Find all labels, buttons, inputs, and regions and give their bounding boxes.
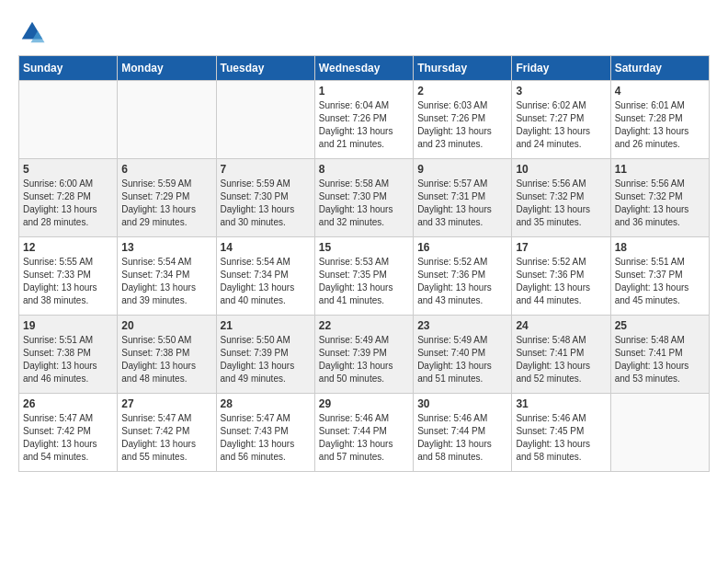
calendar-week-3: 12Sunrise: 5:55 AM Sunset: 7:33 PM Dayli… bbox=[19, 237, 710, 316]
calendar-day: 26Sunrise: 5:47 AM Sunset: 7:42 PM Dayli… bbox=[19, 394, 118, 472]
day-number: 6 bbox=[121, 163, 211, 176]
day-info: Sunrise: 5:59 AM Sunset: 7:29 PM Dayligh… bbox=[121, 178, 211, 229]
calendar-header-row: SundayMondayTuesdayWednesdayThursdayFrid… bbox=[19, 56, 710, 81]
day-number: 4 bbox=[615, 85, 705, 98]
calendar-day: 22Sunrise: 5:49 AM Sunset: 7:39 PM Dayli… bbox=[314, 316, 413, 394]
day-number: 27 bbox=[121, 397, 211, 410]
calendar-table: SundayMondayTuesdayWednesdayThursdayFrid… bbox=[18, 55, 710, 472]
day-number: 9 bbox=[417, 163, 507, 176]
day-info: Sunrise: 5:49 AM Sunset: 7:39 PM Dayligh… bbox=[319, 334, 409, 385]
day-info: Sunrise: 5:53 AM Sunset: 7:35 PM Dayligh… bbox=[319, 256, 409, 307]
day-info: Sunrise: 5:46 AM Sunset: 7:44 PM Dayligh… bbox=[319, 412, 409, 464]
calendar-day: 16Sunrise: 5:52 AM Sunset: 7:36 PM Dayli… bbox=[414, 237, 512, 316]
calendar-day: 24Sunrise: 5:48 AM Sunset: 7:41 PM Dayli… bbox=[512, 316, 610, 394]
calendar-day: 28Sunrise: 5:47 AM Sunset: 7:43 PM Dayli… bbox=[216, 394, 314, 472]
day-number: 20 bbox=[121, 319, 211, 332]
calendar-day: 18Sunrise: 5:51 AM Sunset: 7:37 PM Dayli… bbox=[610, 237, 709, 316]
day-number: 22 bbox=[319, 319, 409, 332]
calendar-day: 1Sunrise: 6:04 AM Sunset: 7:26 PM Daylig… bbox=[314, 81, 413, 159]
day-number: 17 bbox=[516, 241, 606, 254]
calendar-day: 9Sunrise: 5:57 AM Sunset: 7:31 PM Daylig… bbox=[414, 159, 512, 237]
day-number: 14 bbox=[221, 241, 311, 254]
day-number: 16 bbox=[417, 241, 507, 254]
calendar-day: 10Sunrise: 5:56 AM Sunset: 7:32 PM Dayli… bbox=[512, 159, 610, 237]
header-thursday: Thursday bbox=[414, 56, 512, 81]
day-info: Sunrise: 5:54 AM Sunset: 7:34 PM Dayligh… bbox=[121, 256, 211, 307]
day-number: 23 bbox=[417, 319, 507, 332]
day-info: Sunrise: 6:01 AM Sunset: 7:28 PM Dayligh… bbox=[615, 99, 705, 151]
day-info: Sunrise: 5:51 AM Sunset: 7:38 PM Dayligh… bbox=[23, 334, 113, 385]
day-number: 2 bbox=[417, 85, 507, 98]
header-tuesday: Tuesday bbox=[216, 56, 314, 81]
day-number: 28 bbox=[221, 397, 311, 410]
day-number: 11 bbox=[615, 163, 705, 176]
calendar-day bbox=[118, 81, 216, 159]
calendar-day bbox=[610, 394, 709, 472]
calendar-week-5: 26Sunrise: 5:47 AM Sunset: 7:42 PM Dayli… bbox=[19, 394, 710, 472]
calendar-day: 15Sunrise: 5:53 AM Sunset: 7:35 PM Dayli… bbox=[314, 237, 413, 316]
day-number: 7 bbox=[221, 163, 311, 176]
calendar-day: 29Sunrise: 5:46 AM Sunset: 7:44 PM Dayli… bbox=[314, 394, 413, 472]
header-saturday: Saturday bbox=[610, 56, 709, 81]
day-info: Sunrise: 5:46 AM Sunset: 7:44 PM Dayligh… bbox=[417, 412, 507, 464]
calendar-day: 2Sunrise: 6:03 AM Sunset: 7:26 PM Daylig… bbox=[414, 81, 512, 159]
day-info: Sunrise: 5:54 AM Sunset: 7:34 PM Dayligh… bbox=[221, 256, 311, 307]
calendar-day: 25Sunrise: 5:48 AM Sunset: 7:41 PM Dayli… bbox=[610, 316, 709, 394]
calendar-day: 20Sunrise: 5:50 AM Sunset: 7:38 PM Dayli… bbox=[118, 316, 216, 394]
calendar-day: 14Sunrise: 5:54 AM Sunset: 7:34 PM Dayli… bbox=[216, 237, 314, 316]
calendar-week-4: 19Sunrise: 5:51 AM Sunset: 7:38 PM Dayli… bbox=[19, 316, 710, 394]
day-number: 19 bbox=[23, 319, 113, 332]
day-number: 29 bbox=[319, 397, 409, 410]
calendar-day: 17Sunrise: 5:52 AM Sunset: 7:36 PM Dayli… bbox=[512, 237, 610, 316]
day-number: 15 bbox=[319, 241, 409, 254]
day-info: Sunrise: 5:51 AM Sunset: 7:37 PM Dayligh… bbox=[615, 256, 705, 307]
calendar-day: 31Sunrise: 5:46 AM Sunset: 7:45 PM Dayli… bbox=[512, 394, 610, 472]
day-number: 12 bbox=[23, 241, 113, 254]
header-sunday: Sunday bbox=[19, 56, 118, 81]
calendar-day: 5Sunrise: 6:00 AM Sunset: 7:28 PM Daylig… bbox=[19, 159, 118, 237]
page-header bbox=[18, 18, 710, 46]
logo-icon bbox=[18, 18, 46, 46]
calendar-day: 27Sunrise: 5:47 AM Sunset: 7:42 PM Dayli… bbox=[118, 394, 216, 472]
calendar-day: 4Sunrise: 6:01 AM Sunset: 7:28 PM Daylig… bbox=[610, 81, 709, 159]
calendar-day: 21Sunrise: 5:50 AM Sunset: 7:39 PM Dayli… bbox=[216, 316, 314, 394]
day-info: Sunrise: 5:48 AM Sunset: 7:41 PM Dayligh… bbox=[516, 334, 606, 385]
day-info: Sunrise: 5:55 AM Sunset: 7:33 PM Dayligh… bbox=[23, 256, 113, 307]
day-info: Sunrise: 5:56 AM Sunset: 7:32 PM Dayligh… bbox=[615, 178, 705, 229]
day-number: 3 bbox=[516, 85, 606, 98]
calendar-day: 6Sunrise: 5:59 AM Sunset: 7:29 PM Daylig… bbox=[118, 159, 216, 237]
calendar-day bbox=[19, 81, 118, 159]
day-info: Sunrise: 5:50 AM Sunset: 7:39 PM Dayligh… bbox=[221, 334, 311, 385]
header-wednesday: Wednesday bbox=[314, 56, 413, 81]
day-info: Sunrise: 5:49 AM Sunset: 7:40 PM Dayligh… bbox=[417, 334, 507, 385]
day-number: 8 bbox=[319, 163, 409, 176]
day-number: 18 bbox=[615, 241, 705, 254]
day-number: 5 bbox=[23, 163, 113, 176]
day-info: Sunrise: 5:57 AM Sunset: 7:31 PM Dayligh… bbox=[417, 178, 507, 229]
day-number: 31 bbox=[516, 397, 606, 410]
day-info: Sunrise: 5:56 AM Sunset: 7:32 PM Dayligh… bbox=[516, 178, 606, 229]
day-info: Sunrise: 5:47 AM Sunset: 7:42 PM Dayligh… bbox=[121, 412, 211, 464]
calendar-day: 12Sunrise: 5:55 AM Sunset: 7:33 PM Dayli… bbox=[19, 237, 118, 316]
day-info: Sunrise: 6:02 AM Sunset: 7:27 PM Dayligh… bbox=[516, 99, 606, 151]
day-info: Sunrise: 5:52 AM Sunset: 7:36 PM Dayligh… bbox=[417, 256, 507, 307]
day-number: 1 bbox=[319, 85, 409, 98]
day-number: 13 bbox=[121, 241, 211, 254]
day-number: 25 bbox=[615, 319, 705, 332]
header-monday: Monday bbox=[118, 56, 216, 81]
calendar-week-2: 5Sunrise: 6:00 AM Sunset: 7:28 PM Daylig… bbox=[19, 159, 710, 237]
day-info: Sunrise: 5:52 AM Sunset: 7:36 PM Dayligh… bbox=[516, 256, 606, 307]
day-number: 21 bbox=[221, 319, 311, 332]
day-info: Sunrise: 5:58 AM Sunset: 7:30 PM Dayligh… bbox=[319, 178, 409, 229]
day-info: Sunrise: 5:46 AM Sunset: 7:45 PM Dayligh… bbox=[516, 412, 606, 464]
day-info: Sunrise: 5:48 AM Sunset: 7:41 PM Dayligh… bbox=[615, 334, 705, 385]
day-number: 30 bbox=[417, 397, 507, 410]
calendar-day: 23Sunrise: 5:49 AM Sunset: 7:40 PM Dayli… bbox=[414, 316, 512, 394]
calendar-week-1: 1Sunrise: 6:04 AM Sunset: 7:26 PM Daylig… bbox=[19, 81, 710, 159]
calendar-day: 30Sunrise: 5:46 AM Sunset: 7:44 PM Dayli… bbox=[414, 394, 512, 472]
calendar-day: 19Sunrise: 5:51 AM Sunset: 7:38 PM Dayli… bbox=[19, 316, 118, 394]
calendar-day: 11Sunrise: 5:56 AM Sunset: 7:32 PM Dayli… bbox=[610, 159, 709, 237]
day-info: Sunrise: 5:59 AM Sunset: 7:30 PM Dayligh… bbox=[221, 178, 311, 229]
day-number: 10 bbox=[516, 163, 606, 176]
calendar-day bbox=[216, 81, 314, 159]
